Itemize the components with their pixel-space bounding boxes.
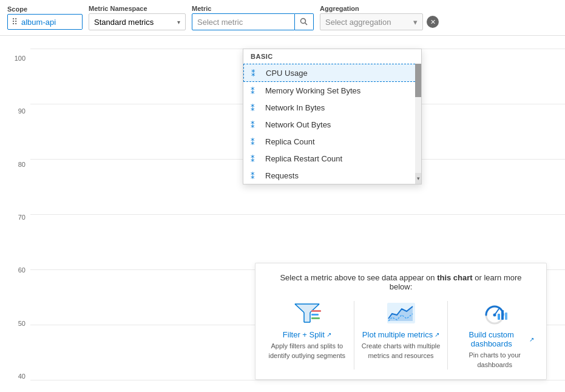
filter-split-external-icon: ↗ (326, 331, 331, 338)
namespace-group: Metric Namespace Standard metrics ▾ (89, 5, 186, 30)
filter-split-svg (292, 302, 322, 325)
divider-2 (447, 301, 448, 370)
dropdown-item-memory[interactable]: ⁑ Memory Working Set Bytes (243, 82, 421, 99)
dashboard-svg (479, 302, 510, 325)
plot-metrics-title[interactable]: Plot multiple metrics ↗ (362, 330, 439, 339)
metric-icon-cpu: ⁑ (251, 68, 261, 78)
namespace-chevron-icon: ▾ (177, 19, 180, 25)
svg-text:⁑: ⁑ (251, 120, 255, 129)
dropdown-item-requests[interactable]: ⁑ Requests (243, 167, 421, 184)
dropdown-item-label-cpu: CPU Usage (266, 69, 308, 78)
aggregation-chevron-icon: ▾ (413, 18, 418, 27)
plot-metrics-icon (386, 301, 416, 325)
svg-text:⁑: ⁑ (251, 137, 255, 146)
metric-icon-requests: ⁑ (251, 171, 260, 180)
info-card-plot-metrics: Plot multiple metrics ↗ Create charts wi… (362, 301, 441, 370)
toolbar: Scope ⠿ Metric Namespace Standard metric… (0, 0, 565, 36)
metric-icon-replica-count: ⁑ (251, 137, 260, 146)
metric-icon-network-out: ⁑ (251, 120, 260, 129)
aggregation-label: Aggregation (320, 5, 439, 12)
y-tick-80: 80 (5, 161, 25, 168)
aggregation-placeholder: Select aggregation (325, 18, 391, 27)
scrollbar-thumb[interactable] (415, 64, 421, 97)
info-card-dashboards: Build custom dashboards ↗ Pin charts to … (455, 301, 534, 370)
plot-metrics-external-icon: ↗ (435, 331, 439, 338)
dropdown-item-label-replica-restart: Replica Restart Count (265, 154, 342, 163)
info-panel-title: Select a metric above to see data appear… (268, 273, 534, 291)
dropdown-item-label-network-in: Network In Bytes (265, 103, 325, 112)
metric-label: Metric (192, 5, 314, 12)
info-cards: Filter + Split ↗ Apply filters and split… (268, 301, 534, 370)
dropdown-item-network-in[interactable]: ⁑ Network In Bytes (243, 99, 421, 116)
main-container: Scope ⠿ Metric Namespace Standard metric… (0, 0, 565, 392)
namespace-value: Standard metrics (94, 18, 154, 27)
search-icon (300, 18, 308, 26)
grid-line-7 (30, 380, 565, 380)
scope-label: Scope (7, 5, 83, 13)
grid-line-4 (30, 214, 565, 215)
y-tick-100: 100 (5, 55, 25, 62)
dropdown-item-label-memory: Memory Working Set Bytes (265, 86, 360, 95)
dropdown-item-label-replica-count: Replica Count (265, 137, 315, 146)
y-tick-90: 90 (5, 107, 25, 115)
svg-text:⁑: ⁑ (251, 171, 255, 180)
dashboards-title[interactable]: Build custom dashboards ↗ (455, 330, 534, 348)
svg-marker-9 (295, 304, 319, 322)
dropdown-item-label-network-out: Network Out Bytes (265, 120, 331, 129)
y-tick-70: 70 (5, 214, 25, 221)
dropdown-section-header: BASIC (243, 49, 421, 64)
metric-dropdown[interactable]: Select metric (192, 13, 295, 30)
aggregation-group: Aggregation Select aggregation ▾ ✕ (320, 5, 439, 30)
metric-dropdown-menu: BASIC ⁑ CPU Usage ⁑ Memory Working Set B… (243, 49, 422, 184)
dropdown-item-replica-count[interactable]: ⁑ Replica Count (243, 133, 421, 150)
svg-rect-16 (311, 310, 321, 312)
scope-group: Scope ⠿ (7, 5, 83, 30)
svg-point-23 (493, 314, 496, 317)
metric-icon-replica-restart: ⁑ (251, 154, 260, 163)
filter-split-title[interactable]: Filter + Split ↗ (283, 330, 331, 339)
svg-text:⁑: ⁑ (251, 154, 255, 163)
divider-1 (354, 301, 354, 370)
scope-dots-icon: ⠿ (8, 15, 21, 29)
metric-group: Metric Select metric (192, 5, 314, 30)
namespace-label: Metric Namespace (89, 5, 186, 12)
dropdown-item-label-requests: Requests (265, 171, 299, 180)
y-tick-40: 40 (5, 373, 25, 380)
scope-input-wrapper[interactable]: ⠿ (7, 14, 83, 30)
svg-rect-25 (501, 310, 504, 320)
svg-line-1 (305, 23, 308, 25)
svg-text:⁑: ⁑ (251, 103, 255, 112)
svg-point-0 (301, 19, 306, 24)
namespace-dropdown[interactable]: Standard metrics ▾ (89, 13, 186, 30)
close-button[interactable]: ✕ (427, 16, 439, 28)
svg-rect-24 (498, 314, 500, 320)
scope-input[interactable] (21, 15, 82, 29)
svg-rect-26 (505, 313, 507, 320)
aggregation-dropdown[interactable]: Select aggregation ▾ (320, 13, 423, 30)
svg-rect-18 (311, 317, 320, 319)
plot-metrics-desc: Create charts with multiple metrics and … (362, 342, 441, 360)
metric-icon-network-in: ⁑ (251, 103, 260, 112)
svg-text:⁑: ⁑ (251, 86, 255, 95)
info-panel: Select a metric above to see data appear… (255, 263, 547, 380)
info-card-filter-split: Filter + Split ↗ Apply filters and split… (268, 301, 347, 370)
scrollbar-down-arrow[interactable]: ▾ (415, 173, 421, 184)
svg-text:⁑: ⁑ (251, 69, 255, 78)
filter-split-desc: Apply filters and splits to identify out… (268, 342, 347, 360)
dropdown-item-replica-restart[interactable]: ⁑ Replica Restart Count (243, 150, 421, 167)
scrollbar-track[interactable]: ▾ (415, 64, 421, 184)
metric-search-button[interactable] (295, 13, 314, 30)
y-tick-50: 50 (5, 320, 25, 327)
dashboard-icon (479, 301, 510, 325)
plot-metrics-svg (386, 302, 416, 325)
svg-rect-17 (311, 314, 319, 316)
metric-icon-memory: ⁑ (251, 86, 260, 95)
y-tick-60: 60 (5, 266, 25, 274)
filter-split-icon (292, 301, 322, 325)
dropdown-item-cpu[interactable]: ⁑ CPU Usage (243, 64, 421, 82)
dashboards-external-icon: ↗ (529, 336, 534, 343)
metric-placeholder: Select metric (197, 18, 243, 27)
dropdown-item-network-out[interactable]: ⁑ Network Out Bytes (243, 116, 421, 133)
dashboards-desc: Pin charts to your dashboards (455, 351, 534, 370)
y-axis: 100 90 80 70 60 50 40 (0, 49, 30, 392)
